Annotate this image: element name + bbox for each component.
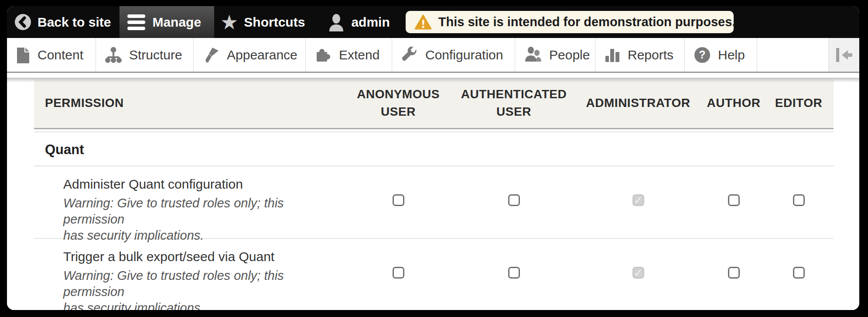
permission-name: Trigger a bulk export/seed via Quant (63, 248, 337, 265)
cell-anonymous-user (342, 239, 455, 310)
wrench-icon (401, 47, 418, 63)
checkbox-editor[interactable] (793, 267, 805, 279)
menu-item-structure[interactable]: Structure (96, 38, 194, 72)
people-icon (524, 47, 542, 63)
column-header-editor: EDITOR (764, 78, 834, 128)
shortcuts-label: Shortcuts (244, 15, 305, 30)
menu-label: People (549, 48, 590, 62)
menu-label: Help (718, 48, 745, 62)
checkbox-editor[interactable] (793, 194, 805, 206)
menu-item-appearance[interactable]: Appearance (194, 38, 306, 72)
question-icon: ? (694, 47, 711, 63)
menu-item-people[interactable]: People (515, 38, 595, 72)
drupal-admin-window: Back to site Manage ★ Shortcuts admin (7, 6, 859, 310)
column-header-author: AUTHOR (704, 78, 764, 128)
warning-triangle-icon (414, 14, 432, 30)
menu-label: Configuration (425, 48, 503, 62)
menu-label: Structure (129, 48, 182, 62)
checkbox-author[interactable] (728, 194, 740, 206)
table-row: Administer Quant configuration Warning: … (34, 166, 834, 239)
cell-authenticated-user (455, 166, 573, 244)
collapse-arrow-icon (834, 47, 854, 63)
svg-text:?: ? (699, 48, 705, 61)
menu-spacer (757, 38, 828, 72)
menu-item-help[interactable]: ? Help (685, 38, 757, 72)
permissions-table-header: PERMISSION ANONYMOUS USER AUTHENTICATED … (34, 78, 834, 129)
checkbox-administrator (632, 194, 644, 206)
star-icon: ★ (220, 12, 238, 32)
menu-label: Content (38, 48, 83, 62)
cell-editor (764, 166, 834, 244)
sitemap-icon (105, 47, 122, 63)
user-menu[interactable]: admin (328, 13, 390, 31)
cell-administrator (573, 166, 704, 244)
menu-item-extend[interactable]: Extend (306, 38, 392, 72)
column-header-anonymous-user: ANONYMOUS USER (342, 78, 455, 128)
manage-label: Manage (152, 15, 201, 30)
hamburger-icon (127, 14, 145, 30)
checkbox-authenticated-user[interactable] (508, 267, 520, 279)
checkbox-authenticated-user[interactable] (508, 194, 520, 206)
manage-tab[interactable]: Manage (120, 6, 214, 38)
back-to-site-label: Back to site (38, 15, 111, 30)
toolbar-collapse-button[interactable] (828, 38, 859, 72)
shortcuts-button[interactable]: ★ Shortcuts (220, 12, 305, 32)
cell-anonymous-user (342, 166, 455, 244)
permission-warning: Warning: Give to trusted roles only; thi… (63, 195, 337, 244)
permission-description: Administer Quant configuration Warning: … (34, 166, 342, 244)
back-arrow-icon (15, 14, 31, 30)
permission-warning: Warning: Give to trusted roles only; thi… (63, 268, 337, 310)
puzzle-icon (315, 47, 331, 63)
cell-editor (764, 239, 834, 310)
cell-administrator (573, 239, 704, 310)
checkbox-anonymous-user[interactable] (393, 267, 404, 279)
permission-description: Trigger a bulk export/seed via Quant War… (34, 239, 342, 310)
cell-author (704, 166, 764, 244)
user-icon (328, 13, 345, 31)
menu-item-configuration[interactable]: Configuration (392, 38, 515, 72)
menu-item-reports[interactable]: Reports (595, 38, 685, 72)
admin-menu-bar: Content Structure Appearance (7, 38, 859, 73)
demo-warning-banner: This site is intended for demonstration … (406, 11, 734, 33)
menu-item-content[interactable]: Content (7, 38, 96, 72)
back-to-site-button[interactable]: Back to site (15, 14, 111, 30)
username-label: admin (351, 15, 390, 30)
permission-name: Administer Quant configuration (63, 176, 337, 193)
banner-message: This site is intended for demonstration … (438, 15, 736, 29)
menu-label: Reports (628, 48, 673, 62)
table-row: Trigger a bulk export/seed via Quant War… (34, 239, 834, 310)
menu-label: Appearance (227, 48, 297, 62)
checkbox-anonymous-user[interactable] (393, 194, 404, 206)
page-content: PERMISSION ANONYMOUS USER AUTHENTICATED … (7, 78, 859, 310)
module-section-quant: Quant (34, 132, 834, 166)
column-header-administrator: ADMINISTRATOR (573, 78, 704, 128)
document-icon (16, 47, 30, 63)
column-header-permission: PERMISSION (34, 78, 342, 128)
checkbox-author[interactable] (728, 267, 740, 279)
column-header-authenticated-user: AUTHENTICATED USER (455, 78, 573, 128)
bar-chart-icon (605, 47, 620, 63)
cell-author (704, 239, 764, 310)
top-toolbar: Back to site Manage ★ Shortcuts admin (7, 6, 859, 38)
cell-authenticated-user (455, 239, 573, 310)
paintbrush-icon (203, 47, 219, 63)
checkbox-administrator (632, 267, 644, 279)
permissions-table: PERMISSION ANONYMOUS USER AUTHENTICATED … (34, 78, 834, 310)
menu-label: Extend (339, 48, 379, 62)
